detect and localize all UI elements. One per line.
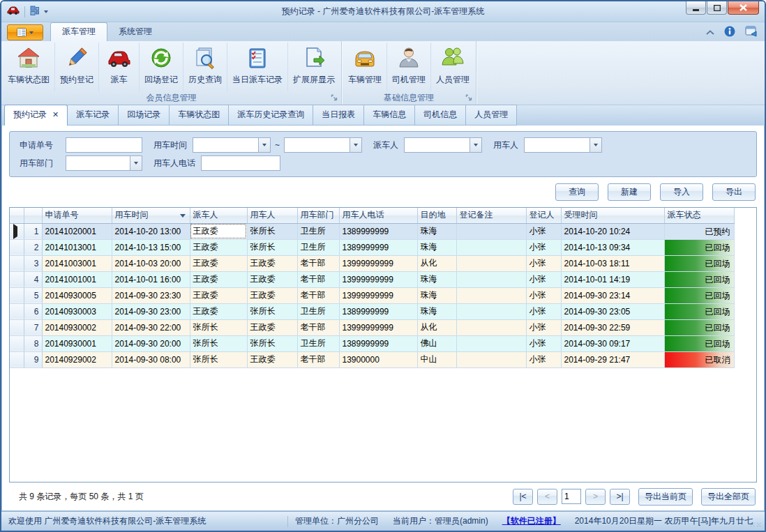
row-number-cell[interactable]: 1 (24, 223, 42, 239)
cell-status[interactable]: 已回场 (664, 319, 734, 335)
about-window-icon[interactable] (745, 26, 758, 39)
last-page-button[interactable]: >| (610, 489, 630, 505)
application-menu-button[interactable] (7, 24, 43, 40)
user-combo[interactable] (524, 137, 602, 153)
cell-remark[interactable] (456, 255, 526, 271)
cell-registrar[interactable]: 小张 (526, 287, 561, 303)
cell-remark[interactable] (456, 239, 526, 255)
row-number-cell[interactable]: 5 (24, 287, 42, 303)
cell-dest[interactable]: 从化 (417, 319, 456, 335)
cell-accept_time[interactable]: 2014-09-30 22:59 (561, 319, 664, 335)
cell-use_time[interactable]: 2014-10-13 15:00 (112, 239, 190, 255)
cell-status[interactable]: 已回场 (664, 303, 734, 319)
cell-remark[interactable] (456, 303, 526, 319)
export-button[interactable]: 导出 (712, 183, 756, 201)
cell-dest[interactable]: 中山 (417, 351, 456, 367)
cell-dispatcher[interactable]: 王政委 (190, 255, 247, 271)
cell-dept[interactable]: 老干部 (297, 319, 339, 335)
ribbon-tab-dispatch[interactable]: 派车管理 (50, 22, 107, 41)
export-current-page-button[interactable]: 导出当前页 (638, 488, 693, 506)
cell-accept_time[interactable]: 2014-09-30 09:17 (561, 335, 664, 351)
cell-dept[interactable]: 老干部 (297, 255, 339, 271)
table-row[interactable]: 3201410030012014-10-03 20:00王政委王政委老干部139… (10, 255, 734, 271)
row-indicator-cell[interactable] (10, 223, 24, 239)
cell-phone[interactable]: 13999999999 (339, 287, 417, 303)
cell-user[interactable]: 王政委 (247, 319, 297, 335)
cell-registrar[interactable]: 小张 (526, 335, 561, 351)
cell-order_no[interactable]: 20140930001 (42, 335, 112, 351)
cell-registrar[interactable]: 小张 (526, 223, 561, 239)
dialog-launcher-icon[interactable] (465, 94, 473, 102)
cell-accept_time[interactable]: 2014-10-03 18:11 (561, 255, 664, 271)
column-header-dept[interactable]: 用车部门 (297, 208, 339, 223)
cell-phone[interactable]: 13999999999 (339, 271, 417, 287)
dispatcher-combo[interactable] (404, 137, 482, 153)
cell-dispatcher[interactable]: 王政委 (190, 271, 247, 287)
cell-user[interactable]: 张所长 (247, 303, 297, 319)
cell-status[interactable]: 已预约 (664, 223, 734, 239)
toolbar-dropdown-caret[interactable] (44, 10, 48, 13)
column-header-registrar[interactable]: 登记人 (526, 208, 561, 223)
cell-remark[interactable] (456, 223, 526, 239)
cell-dispatcher[interactable]: 张所长 (190, 335, 247, 351)
cell-dest[interactable]: 佛山 (417, 335, 456, 351)
cell-dept[interactable]: 卫生所 (297, 335, 339, 351)
table-row[interactable]: 7201409300022014-09-30 22:00张所长王政委老干部139… (10, 319, 734, 335)
cell-order_no[interactable]: 20141013001 (42, 239, 112, 255)
cell-order_no[interactable]: 20141003001 (42, 255, 112, 271)
cell-registrar[interactable]: 小张 (526, 271, 561, 287)
row-indicator-cell[interactable] (10, 255, 24, 271)
column-header-user[interactable]: 用车人 (247, 208, 297, 223)
column-header-dispatcher[interactable]: 派车人 (190, 208, 247, 223)
cell-dept[interactable]: 老干部 (297, 351, 339, 367)
doc-tab[interactable]: 车辆信息 (364, 105, 415, 126)
cell-dispatcher[interactable]: 张所长 (190, 351, 247, 367)
cell-remark[interactable] (456, 351, 526, 367)
ribbon-button[interactable]: 派车 (99, 43, 140, 91)
doc-tab[interactable]: 派车历史记录查询 (229, 105, 313, 126)
cell-order_no[interactable]: 20140930003 (42, 303, 112, 319)
cell-use_time[interactable]: 2014-10-01 16:00 (112, 271, 190, 287)
cell-order_no[interactable]: 20140929002 (42, 351, 112, 367)
cell-order_no[interactable]: 20140930005 (42, 287, 112, 303)
cell-phone[interactable]: 13999999999 (339, 319, 417, 335)
cell-use_time[interactable]: 2014-09-30 23:00 (112, 303, 190, 319)
ribbon-button[interactable]: 车辆状态图 (3, 43, 55, 91)
doc-tab[interactable]: 司机信息 (415, 105, 466, 126)
doc-tab[interactable]: 当日报表 (313, 105, 364, 126)
cell-status[interactable]: 已回场 (664, 335, 734, 351)
ribbon-button[interactable]: 当日派车记录 (227, 43, 288, 91)
table-row[interactable]: 5201409300052014-09-30 23:30王政委王政委老干部139… (10, 287, 734, 303)
row-number-cell[interactable]: 2 (24, 239, 42, 255)
cell-dept[interactable]: 卫生所 (297, 303, 339, 319)
query-button[interactable]: 查询 (555, 183, 599, 201)
cell-accept_time[interactable]: 2014-09-30 23:05 (561, 303, 664, 319)
phone-input[interactable] (201, 155, 280, 171)
cell-dest[interactable]: 珠海 (417, 303, 456, 319)
cell-remark[interactable] (456, 319, 526, 335)
cell-dest[interactable]: 珠海 (417, 287, 456, 303)
cell-registrar[interactable]: 小张 (526, 255, 561, 271)
cell-use_time[interactable]: 2014-09-30 22:00 (112, 319, 190, 335)
cell-dept[interactable]: 老干部 (297, 271, 339, 287)
table-row[interactable]: 1201410200012014-10-20 13:00王政委张所长卫生所138… (10, 223, 734, 239)
column-header-accept_time[interactable]: 受理时间 (561, 208, 664, 223)
info-icon[interactable] (724, 26, 735, 39)
cell-registrar[interactable]: 小张 (526, 319, 561, 335)
cell-order_no[interactable]: 20140930002 (42, 319, 112, 335)
row-indicator-cell[interactable] (10, 239, 24, 255)
cell-accept_time[interactable]: 2014-10-01 14:19 (561, 271, 664, 287)
cell-user[interactable]: 张所长 (247, 239, 297, 255)
cell-user[interactable]: 张所长 (247, 335, 297, 351)
cell-dispatcher[interactable]: 王政委 (190, 239, 247, 255)
dept-combo[interactable] (66, 155, 142, 171)
minimize-button[interactable] (686, 1, 706, 15)
cell-dispatcher[interactable]: 王政委 (190, 223, 247, 239)
row-indicator-cell[interactable] (10, 351, 24, 367)
cell-dispatcher[interactable]: 王政委 (190, 303, 247, 319)
cell-status[interactable]: 已回场 (664, 255, 734, 271)
cell-dispatcher[interactable]: 张所长 (190, 319, 247, 335)
column-header-use_time[interactable]: 用车时间 (112, 208, 190, 223)
ribbon-button[interactable]: 历史查询 (183, 43, 227, 91)
column-header-dest[interactable]: 目的地 (417, 208, 456, 223)
